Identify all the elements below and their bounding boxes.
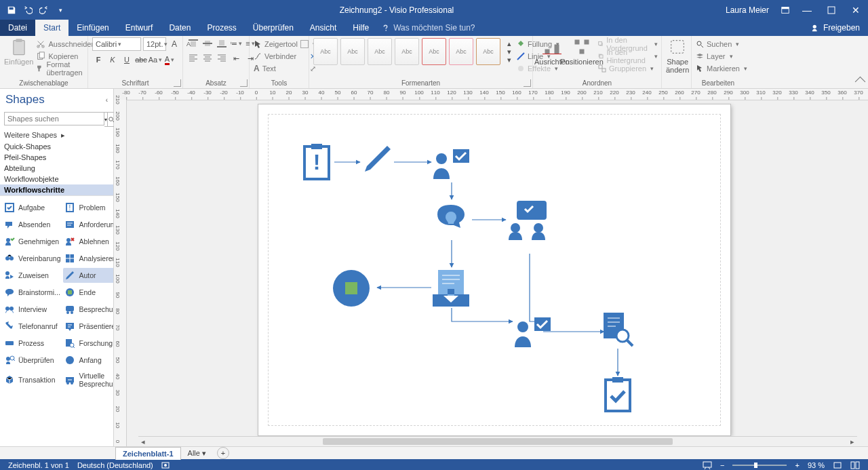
position-button[interactable]: Positionieren bbox=[567, 37, 597, 66]
end-shape[interactable] bbox=[332, 269, 371, 309]
tab-design[interactable]: Entwurf bbox=[117, 20, 161, 36]
close-button[interactable]: ✕ bbox=[845, 0, 867, 20]
style-thumb[interactable]: Abc bbox=[313, 38, 338, 65]
gallery-more-icon[interactable]: ▾ bbox=[503, 56, 515, 64]
pencil-shape[interactable] bbox=[360, 142, 394, 178]
redo-icon[interactable] bbox=[37, 3, 52, 18]
zoom-in-icon[interactable]: + bbox=[791, 461, 803, 469]
minimize-button[interactable]: — bbox=[796, 0, 818, 20]
align-right-icon[interactable] bbox=[216, 52, 228, 64]
tab-data[interactable]: Daten bbox=[161, 20, 199, 36]
save-icon[interactable] bbox=[4, 3, 19, 18]
shapes-search-input[interactable] bbox=[4, 112, 104, 125]
stencil-more[interactable]: Weitere Shapes ▸ bbox=[0, 130, 113, 141]
shape-item[interactable]: Absenden bbox=[3, 217, 62, 232]
user-name[interactable]: Laura Meier bbox=[726, 5, 769, 15]
scroll-left-icon[interactable]: ◂ bbox=[138, 437, 148, 446]
scroll-right-icon[interactable]: ▸ bbox=[848, 437, 857, 446]
drawing-canvas[interactable]: -80-70-60-50-40-30-20-100102030405060708… bbox=[114, 89, 868, 446]
paragraph-dialog-launcher[interactable] bbox=[240, 79, 248, 87]
shape-item[interactable]: Zuweisen bbox=[3, 268, 62, 283]
styles-dialog-launcher[interactable] bbox=[524, 79, 531, 87]
shape-item[interactable]: Interview bbox=[3, 302, 62, 317]
shape-style-gallery[interactable]: Abc Abc Abc Abc Abc Abc Abc ▴ ▾ ▾ bbox=[313, 37, 511, 65]
shape-item[interactable]: Telefonanruf bbox=[3, 319, 62, 334]
strike-icon[interactable]: abc bbox=[135, 54, 147, 66]
underline-icon[interactable]: U bbox=[121, 54, 133, 66]
paste-button[interactable]: Einfügen bbox=[4, 37, 33, 66]
shape-item[interactable]: !Problem bbox=[63, 200, 113, 215]
cut-button[interactable]: Ausschneiden bbox=[36, 38, 95, 50]
send-back-button[interactable]: In den Hintergrund▾ bbox=[598, 50, 658, 62]
style-thumb[interactable]: Abc bbox=[368, 38, 392, 65]
fit-page-icon[interactable] bbox=[829, 461, 846, 469]
drawing-page[interactable]: ! bbox=[258, 104, 730, 435]
connector-tool[interactable]: Verbinder✕ bbox=[254, 50, 316, 62]
horizontal-scrollbar[interactable]: ◂ ▸ bbox=[138, 436, 857, 446]
status-language[interactable]: Deutsch (Deutschland) bbox=[73, 461, 157, 469]
group-button[interactable]: Gruppieren▾ bbox=[598, 62, 658, 75]
maximize-button[interactable] bbox=[821, 0, 842, 20]
zoom-out-icon[interactable]: − bbox=[716, 461, 728, 469]
add-sheet-button[interactable]: + bbox=[217, 447, 229, 459]
approver-shape-2[interactable] bbox=[513, 315, 553, 350]
sheet-tab-all[interactable]: Alle ▾ bbox=[181, 447, 213, 459]
bold-icon[interactable]: F bbox=[92, 54, 104, 66]
italic-icon[interactable]: K bbox=[106, 54, 119, 66]
shape-item[interactable]: Besprechung bbox=[63, 302, 113, 317]
shape-item[interactable]: Aufgabe bbox=[3, 200, 62, 215]
shape-item[interactable]: Präsentieren bbox=[63, 319, 113, 334]
shape-item[interactable]: Prozess bbox=[3, 336, 62, 351]
style-thumb[interactable]: Abc bbox=[476, 38, 500, 65]
pointer-tool[interactable]: Zeigertool▾ bbox=[254, 38, 316, 50]
research-shape[interactable] bbox=[601, 311, 635, 350]
tab-review[interactable]: Überprüfen bbox=[245, 20, 302, 36]
tab-start[interactable]: Start bbox=[35, 20, 68, 36]
align-middle-icon[interactable] bbox=[201, 37, 214, 50]
style-thumb[interactable]: Abc bbox=[422, 38, 446, 65]
tab-insert[interactable]: Einfügen bbox=[68, 20, 117, 36]
zoom-slider[interactable] bbox=[732, 465, 787, 466]
case-icon[interactable]: Aa▾ bbox=[149, 54, 161, 66]
stencil-arrow[interactable]: Pfeil-Shapes bbox=[0, 152, 113, 163]
align-bottom-icon[interactable] bbox=[216, 37, 228, 50]
shape-item[interactable]: Brainstormi... bbox=[3, 285, 62, 300]
meeting-shape[interactable] bbox=[506, 199, 551, 241]
approver-shape[interactable] bbox=[431, 146, 472, 182]
shape-item[interactable]: Überprüfen bbox=[3, 353, 62, 368]
change-shape-button[interactable]: Shape ändern bbox=[666, 37, 689, 74]
zoom-level[interactable]: 93 % bbox=[804, 461, 829, 469]
shape-item[interactable]: Vereinbarung bbox=[3, 251, 62, 266]
gallery-down-icon[interactable]: ▾ bbox=[503, 47, 515, 56]
undo-icon[interactable] bbox=[20, 3, 35, 18]
tab-process[interactable]: Prozess bbox=[199, 20, 244, 36]
text-tool[interactable]: AText⤢ bbox=[254, 62, 316, 75]
style-thumb[interactable]: Abc bbox=[449, 38, 473, 65]
tab-help[interactable]: Hilfe bbox=[344, 20, 377, 36]
scroll-thumb[interactable] bbox=[323, 438, 673, 445]
format-painter-button[interactable]: Format übertragen bbox=[36, 62, 95, 75]
brainstorm-shape[interactable] bbox=[431, 199, 471, 240]
tell-me[interactable]: Was möchten Sie tun? bbox=[377, 20, 480, 36]
grow-font-icon[interactable]: A bbox=[168, 38, 180, 50]
font-size-combo[interactable]: 12pt.▾ bbox=[143, 37, 166, 51]
shape-item[interactable]: Genehmigen bbox=[3, 234, 62, 249]
task-complete-shape[interactable] bbox=[603, 376, 633, 415]
qat-customize-icon[interactable]: ▾ bbox=[53, 3, 68, 18]
font-color-icon[interactable]: A▾ bbox=[163, 54, 176, 66]
shape-item[interactable]: Anfang bbox=[63, 353, 113, 368]
pane-collapse-icon[interactable]: ‹ bbox=[106, 96, 108, 104]
tab-view[interactable]: Ansicht bbox=[302, 20, 344, 36]
find-button[interactable]: Suchen▾ bbox=[696, 38, 747, 50]
shape-item[interactable]: Transaktion bbox=[3, 370, 62, 390]
font-dialog-launcher[interactable] bbox=[174, 79, 181, 87]
shape-item[interactable]: Ablehnen bbox=[63, 234, 113, 249]
inbox-shape[interactable] bbox=[431, 267, 471, 309]
gallery-up-icon[interactable]: ▴ bbox=[503, 39, 515, 47]
style-thumb[interactable]: Abc bbox=[340, 38, 365, 65]
status-page[interactable]: Zeichenbl. 1 von 1 bbox=[4, 461, 73, 469]
macro-record-icon[interactable] bbox=[157, 461, 174, 469]
presentation-mode-icon[interactable] bbox=[698, 461, 716, 469]
stencil-workflow-objects[interactable]: Workflowobjekte bbox=[0, 174, 113, 184]
shape-item[interactable]: Ende bbox=[63, 285, 113, 300]
